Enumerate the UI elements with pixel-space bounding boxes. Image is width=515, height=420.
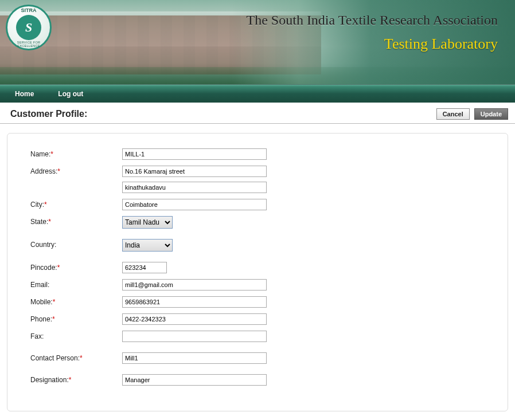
sitra-logo: SITRA S SERVICE FOR EXCELLENCE (6, 5, 52, 50)
label-name: Name:* (30, 148, 122, 158)
label-contact-person: Contact Person:* (30, 352, 122, 362)
page-title: Customer Profile: (10, 109, 87, 119)
nav-home[interactable]: Home (7, 90, 42, 98)
label-pincode: Pincode:* (30, 262, 122, 272)
label-designation: Designation:* (30, 374, 122, 384)
pincode-field[interactable] (122, 262, 167, 273)
logo-letter: S (25, 20, 32, 35)
country-select[interactable]: India (122, 239, 173, 252)
address1-field[interactable] (122, 166, 267, 177)
contact-person-field[interactable] (122, 352, 267, 364)
label-phone: Phone:* (30, 313, 122, 323)
row-email: Email: (30, 279, 485, 291)
state-select[interactable]: Tamil Nadu (122, 216, 173, 229)
fax-field[interactable] (122, 331, 267, 342)
row-designation: Designation:* (30, 374, 485, 386)
city-field[interactable] (122, 199, 267, 210)
profile-form-panel: Name:* Address:* City:* State:* Tamil Na… (7, 133, 508, 411)
row-phone: Phone:* (30, 313, 485, 325)
page-title-bar: Customer Profile: Cancel Update (0, 103, 515, 124)
row-pincode: Pincode:* (30, 262, 485, 273)
label-state: State:* (30, 216, 122, 226)
cancel-button[interactable]: Cancel (436, 108, 470, 120)
address2-field[interactable] (122, 182, 267, 193)
mobile-field[interactable] (122, 296, 267, 308)
row-name: Name:* (30, 148, 485, 160)
nav-logout[interactable]: Log out (50, 90, 91, 98)
label-city: City:* (30, 199, 122, 209)
org-subtitle: Testing Laboratory (384, 36, 498, 53)
phone-field[interactable] (122, 313, 267, 325)
name-field[interactable] (122, 148, 267, 160)
email-field[interactable] (122, 279, 267, 291)
row-city: City:* (30, 199, 485, 210)
main-nav: Home Log out (0, 84, 515, 103)
row-contact-person: Contact Person:* (30, 352, 485, 364)
row-country: Country: India (30, 239, 485, 252)
logo-mark: S (16, 15, 41, 40)
row-fax: Fax: (30, 331, 485, 342)
designation-field[interactable] (122, 374, 267, 386)
logo-bottom-text: SERVICE FOR EXCELLENCE (7, 41, 50, 48)
org-title: The South India Textile Research Associa… (247, 13, 498, 28)
label-address: Address:* (30, 166, 122, 175)
row-state: State:* Tamil Nadu (30, 216, 485, 229)
label-country: Country: (30, 239, 122, 249)
label-mobile: Mobile:* (30, 296, 122, 306)
label-email: Email: (30, 279, 122, 289)
update-button[interactable]: Update (474, 108, 508, 120)
title-actions: Cancel Update (436, 108, 510, 120)
logo-top-text: SITRA (7, 7, 50, 13)
banner: SITRA S SERVICE FOR EXCELLENCE The South… (0, 0, 515, 84)
row-address: Address:* (30, 166, 485, 193)
row-mobile: Mobile:* (30, 296, 485, 308)
label-fax: Fax: (30, 331, 122, 340)
